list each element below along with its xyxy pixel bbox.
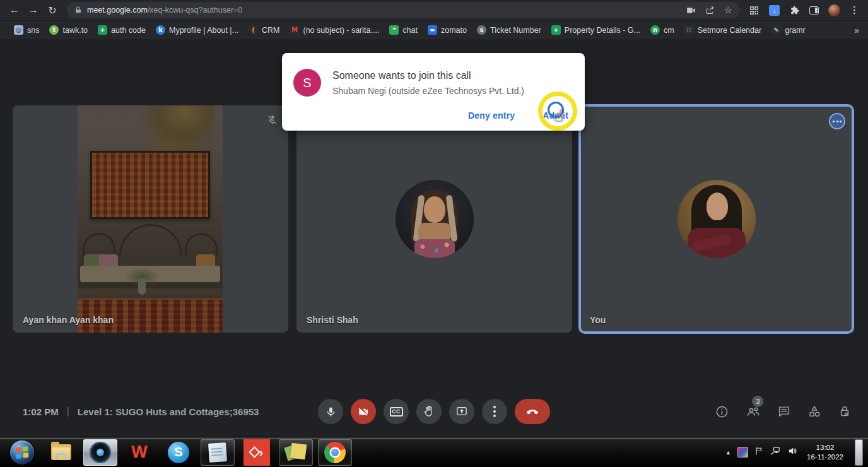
join-request-dialog: S Someone wants to join this call Shubam…: [282, 53, 585, 131]
bookmark-favicon: ∷: [684, 25, 694, 35]
requester-avatar: S: [293, 69, 321, 97]
dialog-subtitle: Shubam Negi (outside eZee Technosys Pvt.…: [332, 86, 524, 96]
tray-app-icon[interactable]: [737, 447, 748, 458]
captions-icon: CC: [390, 407, 403, 417]
more-options-button[interactable]: [482, 399, 507, 424]
participant-tile-shristi[interactable]: Shristi Shah: [296, 105, 572, 333]
bookmark-favicon: t: [49, 25, 59, 35]
start-button[interactable]: [5, 439, 39, 466]
bookmark-star-icon[interactable]: ☆: [724, 4, 732, 16]
bookmark-item[interactable]: ✎ gramr: [766, 23, 811, 37]
bookmark-label: gramr: [785, 26, 806, 35]
chat-button[interactable]: [777, 405, 791, 418]
anydesk-icon: ›: [243, 439, 270, 466]
url-path: /xeq-kcwu-qsq?authuser=0: [148, 6, 242, 15]
bookmark-item[interactable]: k Myprofile | About |...: [151, 23, 243, 37]
url-host: meet.google.com: [87, 6, 148, 15]
participant-tile-ayan[interactable]: Ayan khan Ayan khan: [13, 105, 288, 333]
side-panel-icon[interactable]: [809, 6, 819, 15]
back-button[interactable]: ←: [6, 2, 23, 18]
bookmark-label: Property Details - G...: [565, 26, 640, 35]
skype-button[interactable]: S: [161, 439, 196, 466]
bookmark-item[interactable]: ∷ Setmore Calendar: [679, 23, 766, 37]
bookmark-favicon: ✎: [771, 25, 781, 35]
action-center-flag-icon[interactable]: [754, 446, 764, 458]
show-desktop-button[interactable]: [855, 439, 863, 466]
browser-toolbar: ← → ↻ meet.google.com/xeq-kcwu-qsq?authu…: [0, 0, 868, 20]
bookmark-label: (no subject) - sarita....: [303, 26, 379, 35]
participant-name: Ayan khan Ayan khan: [23, 315, 114, 325]
bookmark-label: cm: [664, 26, 674, 35]
bookmark-item[interactable]: t tawk.to: [44, 23, 93, 37]
self-avatar: [677, 180, 756, 258]
bookmark-favicon: ❞: [389, 25, 399, 35]
meeting-name: Level 1: SUGO Huts and Cottages;36953: [78, 406, 259, 417]
extensions-puzzle-icon[interactable]: [789, 5, 800, 16]
camera-indicator-icon[interactable]: [686, 5, 696, 16]
forward-button[interactable]: →: [25, 2, 42, 18]
meet-stage: Ayan khan Ayan khan Shristi Shah: [0, 39, 868, 437]
end-call-button[interactable]: [515, 399, 550, 424]
browser-menu-icon[interactable]: ⋮: [850, 4, 859, 16]
bookmarks-bar: ◎ sns t tawk.to + auth code k Myprofile …: [0, 20, 868, 39]
more-options-icon: [493, 406, 496, 417]
extension-area: ↓ ⋮: [746, 4, 862, 16]
sticky-notes-button[interactable]: [279, 439, 313, 466]
bookmark-item[interactable]: + auth code: [93, 23, 151, 37]
bookmark-item[interactable]: s Ticket Number: [472, 23, 546, 37]
bookmark-item[interactable]: + Property Details - G...: [546, 23, 645, 37]
meeting-details-button[interactable]: [715, 405, 729, 419]
bookmark-item[interactable]: = zomato: [423, 23, 472, 37]
bookmark-label: Myprofile | About |...: [169, 26, 238, 35]
raise-hand-button[interactable]: [416, 399, 442, 424]
hidden-icons-chevron[interactable]: ▲: [725, 449, 731, 456]
participant-tile-you[interactable]: You: [580, 105, 853, 333]
reload-button[interactable]: ↻: [44, 2, 61, 18]
network-icon[interactable]: [770, 446, 781, 459]
present-now-button[interactable]: [449, 399, 474, 424]
bookmark-item[interactable]: ❞ chat: [384, 23, 423, 37]
participant-name: You: [590, 315, 606, 325]
participants-button[interactable]: 3: [746, 404, 761, 419]
camera-app-button[interactable]: [83, 439, 117, 466]
wps-office-button[interactable]: W: [122, 439, 156, 466]
activities-button[interactable]: [807, 405, 821, 418]
dialog-title: Someone wants to join this call: [332, 70, 471, 81]
microphone-button[interactable]: [318, 399, 343, 424]
bookmark-label: sns: [27, 26, 39, 35]
bookmark-item[interactable]: n cm: [645, 23, 679, 37]
bookmark-label: auth code: [111, 26, 146, 35]
participants-count-badge: 3: [752, 396, 763, 407]
notepad-icon: [208, 442, 227, 463]
bookmark-favicon: k: [156, 25, 165, 35]
sticky-notes-icon: [286, 443, 306, 462]
mic-muted-icon: [267, 114, 278, 128]
deny-entry-button[interactable]: Deny entry: [468, 110, 515, 121]
host-controls-button[interactable]: [838, 405, 852, 418]
chrome-taskbar-button[interactable]: [318, 439, 352, 466]
hand-cursor: ☝: [553, 106, 563, 125]
notepad-button[interactable]: [201, 439, 235, 466]
windows-taskbar: W S › ▲: [0, 437, 868, 467]
bookmark-favicon: +: [98, 25, 107, 35]
participant-avatar: [396, 180, 474, 258]
volume-icon[interactable]: [787, 446, 798, 459]
captions-button[interactable]: CC: [384, 399, 409, 424]
anydesk-button[interactable]: ›: [240, 439, 274, 466]
share-icon[interactable]: [705, 5, 715, 15]
bookmark-favicon: M: [290, 25, 299, 35]
bookmark-item[interactable]: ( CRM: [243, 23, 284, 37]
camera-off-button[interactable]: [351, 399, 376, 424]
tray-clock[interactable]: 13:02 16-11-2022: [807, 443, 843, 462]
downloads-icon[interactable]: ↓: [769, 5, 780, 16]
bookmarks-overflow-chevron[interactable]: »: [854, 25, 859, 35]
bookmark-favicon: s: [477, 25, 486, 35]
meet-bottom-bar: 1:02 PM | Level 1: SUGO Huts and Cottage…: [0, 386, 868, 437]
bookmark-item[interactable]: M (no subject) - sarita....: [284, 23, 384, 37]
profile-avatar[interactable]: [828, 4, 840, 16]
file-explorer-button[interactable]: [44, 439, 78, 466]
address-bar[interactable]: meet.google.com/xeq-kcwu-qsq?authuser=0 …: [67, 2, 740, 18]
bookmark-item[interactable]: ◎ sns: [9, 23, 44, 37]
tile-more-options-button[interactable]: [829, 113, 845, 129]
qr-scan-icon[interactable]: [749, 5, 760, 16]
